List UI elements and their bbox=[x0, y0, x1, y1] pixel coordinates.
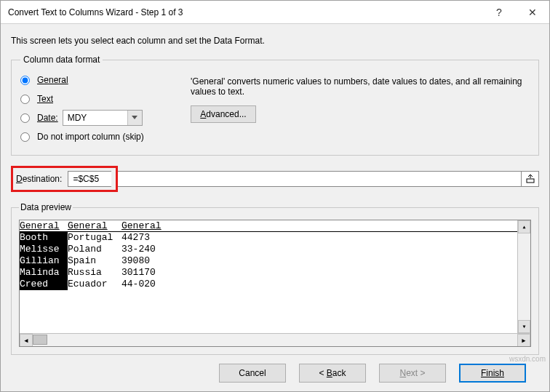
radio-text-label[interactable]: Text bbox=[37, 94, 53, 104]
preview-header-1[interactable]: General bbox=[68, 220, 121, 231]
chevron-down-icon bbox=[127, 111, 142, 125]
close-button[interactable]: ✕ bbox=[516, 1, 549, 24]
destination-input[interactable] bbox=[68, 171, 111, 187]
preview-rows: BoothPortugal44273MelissePoland33-240Gil… bbox=[20, 232, 530, 290]
format-radios: General Text Date: MDY bbox=[20, 71, 188, 146]
preview-box: General General General BoothPortugal442… bbox=[19, 220, 531, 347]
advanced-button[interactable]: Advanced... bbox=[191, 105, 256, 123]
preview-header: General General General bbox=[20, 220, 530, 232]
radio-general[interactable] bbox=[20, 76, 30, 85]
preview-content[interactable]: General General General BoothPortugal442… bbox=[20, 220, 530, 333]
hscroll-thumb[interactable] bbox=[33, 335, 47, 345]
radio-date[interactable] bbox=[20, 113, 30, 123]
radio-skip[interactable] bbox=[20, 132, 30, 142]
advanced-button-rest: dvanced... bbox=[206, 109, 246, 119]
destination-label: Destination: bbox=[15, 174, 62, 184]
format-description-column: 'General' converts numeric values to num… bbox=[188, 71, 530, 123]
range-picker-button[interactable] bbox=[522, 171, 539, 187]
table-row[interactable]: MalindaRussia301170 bbox=[20, 267, 530, 279]
radio-skip-label[interactable]: Do not import column (skip) bbox=[37, 132, 144, 142]
table-row[interactable]: BoothPortugal44273 bbox=[20, 232, 530, 244]
data-preview-group: Data preview General General General Boo… bbox=[11, 202, 539, 355]
cancel-button[interactable]: Cancel bbox=[219, 364, 286, 383]
destination-input-extended[interactable] bbox=[118, 171, 522, 187]
column-data-format-legend: Column data format bbox=[20, 55, 103, 65]
dialog-content: This screen lets you select each column … bbox=[1, 24, 549, 391]
preview-header-2[interactable]: General bbox=[121, 220, 162, 231]
radio-general-label[interactable]: General bbox=[37, 75, 68, 85]
instruction-text: This screen lets you select each column … bbox=[11, 31, 539, 55]
format-description: 'General' converts numeric values to num… bbox=[191, 76, 527, 97]
scroll-right-icon[interactable]: ▸ bbox=[517, 334, 530, 347]
wizard-dialog: Convert Text to Columns Wizard - Step 1 … bbox=[0, 0, 550, 392]
vscroll-track[interactable] bbox=[518, 233, 530, 320]
table-row[interactable]: MelissePoland33-240 bbox=[20, 244, 530, 255]
date-format-value: MDY bbox=[68, 113, 87, 123]
hscroll-track[interactable] bbox=[33, 334, 517, 347]
titlebar: Convert Text to Columns Wizard - Step 1 … bbox=[1, 1, 549, 24]
table-row[interactable]: CreedEcuador44-020 bbox=[20, 279, 530, 290]
help-button[interactable]: ? bbox=[482, 1, 516, 24]
dialog-footer: Cancel < Back Next > Finish bbox=[11, 355, 539, 391]
window-title: Convert Text to Columns Wizard - Step 1 … bbox=[8, 7, 482, 17]
scroll-down-icon[interactable]: ▾ bbox=[518, 320, 530, 333]
range-picker-icon bbox=[526, 175, 535, 183]
scroll-up-icon[interactable]: ▴ bbox=[518, 220, 530, 233]
table-row[interactable]: GillianSpain39080 bbox=[20, 255, 530, 267]
vertical-scrollbar[interactable]: ▴ ▾ bbox=[517, 220, 530, 333]
column-data-format-group: Column data format General Text Date: bbox=[11, 55, 539, 156]
data-preview-legend: Data preview bbox=[19, 202, 73, 212]
next-button: Next > bbox=[379, 364, 446, 383]
svg-rect-0 bbox=[527, 179, 534, 183]
finish-button[interactable]: Finish bbox=[459, 364, 526, 383]
radio-date-label[interactable]: Date: bbox=[37, 113, 58, 123]
preview-header-0[interactable]: General bbox=[20, 220, 68, 231]
back-button[interactable]: < Back bbox=[299, 364, 366, 383]
date-format-select[interactable]: MDY bbox=[63, 110, 143, 126]
scroll-left-icon[interactable]: ◂ bbox=[20, 334, 33, 347]
destination-highlight: Destination: bbox=[11, 166, 118, 192]
horizontal-scrollbar[interactable]: ◂ ▸ bbox=[20, 333, 530, 346]
radio-text[interactable] bbox=[20, 95, 30, 104]
destination-row: Destination: bbox=[11, 166, 539, 192]
